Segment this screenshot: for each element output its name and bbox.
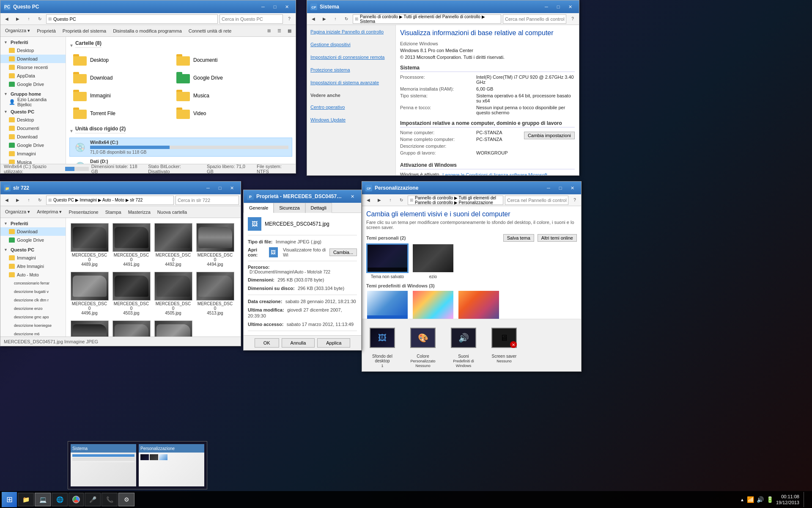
start-button[interactable]: ⊞ xyxy=(2,492,17,507)
anteprima-btn[interactable]: Anteprima ▾ xyxy=(34,207,65,217)
thumb-4494[interactable]: MERCEDES_DSC04494.jpg xyxy=(195,221,235,268)
taskbar-skype[interactable]: 📞 xyxy=(102,493,118,506)
tema-non-salvato[interactable]: Tema non salvato xyxy=(366,243,409,279)
back-button[interactable]: ◀ xyxy=(2,14,11,24)
titlebar-questo-pc[interactable]: PC Questo PC ─ □ ✕ xyxy=(0,0,296,13)
sidebar-slr722-auto-moto[interactable]: Auto - Moto xyxy=(0,271,66,279)
back-slr722[interactable]: ◀ xyxy=(2,196,11,205)
maximize-slr722[interactable]: □ xyxy=(214,184,225,192)
view-icons-button[interactable]: ⊞ xyxy=(264,26,274,36)
thumb-4492[interactable]: MERCEDES_DSC04492.jpg xyxy=(153,221,193,268)
prop-tab-dettagli[interactable]: Dettagli xyxy=(305,203,332,213)
sidebar-link-centro-operativo[interactable]: Centro operativo xyxy=(310,104,392,110)
address-field[interactable]: ⊞ Questo PC xyxy=(46,14,218,24)
clock[interactable]: 00:11:08 19/12/2013 xyxy=(776,494,799,506)
sidebar-questo-pc-header[interactable]: ▼ Questo PC xyxy=(0,108,66,116)
search-input-personaliz[interactable] xyxy=(505,196,568,205)
colore-icon-item[interactable]: 🎨 ColorePersonalizzatoNessuno xyxy=(406,323,440,368)
address-field-personaliz[interactable]: ⊞ Pannello di controllo ▶ Tutti gli elem… xyxy=(408,196,503,205)
sidebar-slr722-bugatti[interactable]: descrizione bugatti v xyxy=(12,287,66,296)
sidebar-item-appdata[interactable]: AppData xyxy=(0,72,66,80)
sfondo-icon-item[interactable]: 🖼 Sfondo del desktop1 xyxy=(365,323,399,368)
taskbar-questo-pc[interactable]: 💻 xyxy=(35,493,51,506)
thumb-4496[interactable]: MERCEDES_DSC04496.jpg xyxy=(69,270,110,317)
refresh-personaliz[interactable]: ↻ xyxy=(397,196,406,205)
sidebar-slr722-altre-immagini[interactable]: Altre Immagini xyxy=(0,262,66,271)
applica-btn[interactable]: Applica xyxy=(317,338,350,348)
up-personaliz[interactable]: ↑ xyxy=(386,196,395,205)
tema-ezio[interactable]: ezio xyxy=(412,243,454,279)
sidebar-slr722-download[interactable]: Download xyxy=(0,227,66,236)
sidebar-link-connessione-remota[interactable]: Impostazioni di connessione remota xyxy=(310,54,392,61)
folder-torrent[interactable]: Torrent File xyxy=(69,105,171,121)
sidebar-slr722-clk[interactable]: descrizione clk dtm r xyxy=(12,296,66,304)
taskbar-chrome[interactable] xyxy=(69,493,84,506)
minimize-slr722[interactable]: ─ xyxy=(203,184,214,192)
sidebar-link-protezione[interactable]: Protezione sistema xyxy=(310,66,392,73)
forward-button[interactable]: ▶ xyxy=(13,14,22,24)
view-details-button[interactable]: ☰ xyxy=(274,26,284,36)
disk-dati[interactable]: 💿 Dati (D:) 183 GB disponibili su 465 GB xyxy=(69,157,292,164)
titlebar-properties[interactable]: P Proprietà - MERCEDES_DSC04571.jpg ✕ xyxy=(244,190,361,203)
thumb-4491[interactable]: MERCEDES_DSC04491.jpg xyxy=(111,221,151,268)
dischi-header[interactable]: ▼ Unità disco rigido (2) xyxy=(69,126,292,136)
apri-con-cambia-btn[interactable]: Cambia... xyxy=(329,248,357,256)
stampa-btn[interactable]: Stampa xyxy=(102,207,124,217)
taskbar-ie[interactable]: 🌐 xyxy=(52,493,68,506)
sidebar-slr722-m6[interactable]: descrizione m6 xyxy=(12,330,66,337)
folder-musica[interactable]: Musica xyxy=(173,88,274,104)
up-button[interactable]: ↑ xyxy=(24,14,33,24)
connetti-button[interactable]: Connetti unità di rete xyxy=(186,26,235,36)
tray-show-desktop[interactable] xyxy=(804,492,807,507)
taskbar-ventrilo[interactable]: 🎤 xyxy=(85,493,101,506)
sidebar-slr722-koeniegse[interactable]: descrizione koeniegse xyxy=(12,321,66,330)
thumb-4569[interactable]: MERCEDES_DSC04569.jpg xyxy=(111,319,151,337)
address-field-slr722[interactable]: ⊞ Questo PC ▶ Immagini ▶ Auto - Moto ▶ s… xyxy=(46,196,174,205)
sidebar-slr722-immagini[interactable]: Immagini xyxy=(0,254,66,262)
organizza-slr722-btn[interactable]: Organizza ▾ xyxy=(2,207,33,217)
thumb-4513-2[interactable]: MERCEDES_DSC04513-2.jpg xyxy=(69,319,110,337)
sidebar-item-user[interactable]: 👤 Ezio Lacandia Bijelkic xyxy=(0,98,66,106)
sidebar-slr722-concessionario[interactable]: concessionario ferrar xyxy=(12,279,66,287)
taskbar-explorer[interactable]: 📁 xyxy=(18,493,34,506)
thumb-4505[interactable]: MERCEDES_DSC04505.jpg xyxy=(153,270,193,317)
close-slr722[interactable]: ✕ xyxy=(226,184,237,192)
sidebar-qpc-immagini[interactable]: Immagini xyxy=(0,149,66,158)
sidebar-link-gestione-dispositivi[interactable]: Gestione dispositivi xyxy=(310,41,392,48)
refresh-sistema[interactable]: ↻ xyxy=(342,14,351,24)
search-input[interactable] xyxy=(219,14,283,24)
screensaver-icon-item[interactable]: 🖥 ✕ Screen saverNessuno xyxy=(487,323,521,368)
preview-personaliz[interactable]: Personalizzazione xyxy=(139,444,204,486)
address-field-sistema[interactable]: ⊞ Pannello di controllo ▶ Tutti gli elem… xyxy=(353,14,501,24)
thumb-4489[interactable]: MERCEDES_DSC04489.jpg xyxy=(69,221,110,268)
disk-win8x64[interactable]: 💿 Win8x64 (C:) 71,0 GB disponibili su 11… xyxy=(69,138,292,157)
annulla-btn[interactable]: Annulla xyxy=(282,338,315,348)
tema-windows[interactable]: Windows xyxy=(366,290,409,319)
folder-desktop[interactable]: Desktop xyxy=(69,52,171,68)
titlebar-slr722[interactable]: 📁 slr 722 ─ □ ✕ xyxy=(0,182,241,194)
minimize-button[interactable]: ─ xyxy=(258,3,269,11)
prop-tab-generale[interactable]: Generale xyxy=(244,203,274,213)
altri-temi-btn[interactable]: Altri temi online xyxy=(538,234,577,242)
sidebar-slr722-enzo[interactable]: descrizione enzo xyxy=(12,304,66,313)
sidebar-link-windows-update[interactable]: Windows Update xyxy=(310,116,392,123)
refresh-slr722[interactable]: ↻ xyxy=(35,196,44,205)
search-input-sistema[interactable] xyxy=(503,14,566,24)
folder-download[interactable]: Download xyxy=(69,70,171,86)
help-button[interactable]: ? xyxy=(285,14,294,24)
forward-personaliz[interactable]: ▶ xyxy=(375,196,384,205)
sidebar-slr722-gmc[interactable]: descrizione gmc apo xyxy=(12,313,66,321)
salva-tema-btn[interactable]: Salva tema xyxy=(503,234,534,242)
forward-slr722[interactable]: ▶ xyxy=(13,196,22,205)
organizza-button[interactable]: Organizza ▾ xyxy=(2,26,33,36)
sidebar-qpc-desktop[interactable]: Desktop xyxy=(0,116,66,124)
sidebar-qpc-download[interactable]: Download xyxy=(0,133,66,141)
close-sistema[interactable]: ✕ xyxy=(565,3,576,11)
sidebar-item-download[interactable]: Download xyxy=(0,55,66,63)
sidebar-qpc-musica[interactable]: Musica xyxy=(0,158,66,164)
folder-google-drive[interactable]: Google Drive xyxy=(173,70,274,86)
back-sistema[interactable]: ◀ xyxy=(309,14,318,24)
up-sistema[interactable]: ↑ xyxy=(331,14,340,24)
search-input-slr722[interactable] xyxy=(176,196,239,205)
thumb-4503[interactable]: MERCEDES_DSC04503.jpg xyxy=(111,270,151,317)
